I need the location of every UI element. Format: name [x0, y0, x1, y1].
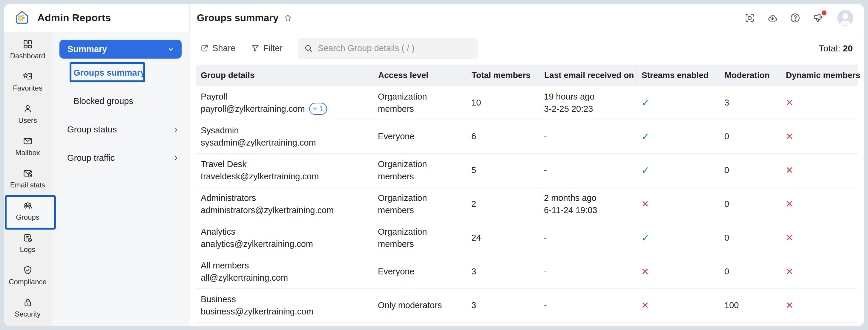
user-avatar[interactable]	[837, 10, 854, 26]
total-members-cell: 10	[467, 96, 539, 109]
subnav-label: Group status	[67, 125, 117, 134]
subnav-item-group-traffic[interactable]: Group traffic	[59, 144, 182, 172]
share-button[interactable]: Share	[200, 43, 236, 53]
last-email-cell: -	[539, 232, 637, 244]
home-gear-logo-icon	[14, 10, 30, 26]
cloud-download-icon[interactable]	[767, 12, 778, 24]
moderation-cell: 0	[719, 164, 781, 176]
subnav-list: Groups summary Blocked groups Group stat…	[59, 59, 182, 172]
dynamic-members-cell: ✕	[781, 198, 858, 211]
moderation-cell: 0	[719, 232, 781, 244]
group-email: administrators@zylkertraining.com	[201, 204, 368, 216]
subnav-item-groups-summary[interactable]: Groups summary	[59, 59, 182, 87]
subnav-label: Group traffic	[67, 153, 115, 163]
group-name: Sysadmin	[201, 124, 368, 137]
cross-mark-icon: ✕	[785, 300, 793, 310]
streams-enabled-cell: ✓	[637, 96, 719, 110]
app-window: Admin Reports Groups summary	[4, 4, 864, 326]
last-email-cell: 2 months ago 6-11-24 19:03	[539, 192, 637, 216]
table-row-sysadmin[interactable]: Sysadmin sysadmin@zylkertraining.com Eve…	[196, 120, 858, 154]
sidebar-label: Email stats	[10, 181, 45, 189]
filter-funnel-icon	[251, 43, 260, 53]
notification-dot	[822, 10, 827, 15]
check-mark-icon: ✓	[641, 97, 650, 108]
email-stats-icon	[22, 168, 33, 179]
table-row-business[interactable]: Business business@zylkertraining.com Onl…	[196, 289, 858, 323]
group-details-cell: Analytics analytics@zylkertraining.com	[196, 226, 373, 250]
group-name: Analytics	[201, 226, 368, 238]
sidebar-item-security[interactable]: Security	[4, 292, 51, 324]
total-value: 20	[843, 43, 853, 53]
subnav-summary-button[interactable]: Summary	[59, 40, 182, 59]
sidebar-item-compliance[interactable]: Compliance	[4, 259, 51, 292]
main-content: Share Filter	[190, 32, 864, 326]
more-aliases-badge[interactable]: + 1	[309, 103, 327, 115]
sidebar-item-mailbox[interactable]: Mailbox	[4, 130, 51, 162]
column-header-dynamic-members: Dynamic members	[781, 65, 864, 86]
moderation-cell: 0	[719, 265, 781, 278]
total-members-cell: 6	[467, 130, 539, 143]
sidebar-item-users[interactable]: Users	[4, 98, 51, 130]
security-lock-icon	[22, 297, 33, 308]
sidebar-item-dashboard[interactable]: Dashboard	[4, 33, 51, 65]
sidebar-item-logs[interactable]: Logs	[4, 227, 51, 259]
logs-clock-icon	[22, 233, 33, 243]
table-header: Group details Access level Total members…	[196, 65, 858, 86]
column-header-last-email: Last email received on	[539, 65, 637, 86]
groups-people-icon	[22, 200, 33, 211]
table-row-analytics[interactable]: Analytics analytics@zylkertraining.com O…	[196, 221, 858, 255]
check-mark-icon: ✓	[641, 131, 650, 142]
dynamic-members-cell: ✕	[781, 265, 858, 278]
sidebar-item-groups[interactable]: Groups	[4, 194, 51, 227]
help-icon[interactable]	[789, 12, 801, 24]
group-email: traveldesk@zylkertraining.com	[201, 170, 368, 183]
secondary-sidebar: Summary Groups summary Blocked groups Gr…	[51, 32, 190, 326]
favorite-star-icon[interactable]	[283, 13, 293, 23]
group-details-cell: Administrators administrators@zylkertrai…	[196, 192, 373, 216]
dynamic-members-cell: ✕	[781, 96, 858, 110]
table-row-payroll[interactable]: Payroll payroll@zylkertraining.com + 1 O…	[196, 86, 858, 120]
total-members-cell: 2	[467, 198, 539, 210]
subnav-item-blocked-groups[interactable]: Blocked groups	[59, 87, 182, 115]
last-email-cell: -	[539, 299, 637, 311]
search-input[interactable]	[317, 43, 472, 54]
total-members-cell: 24	[467, 232, 539, 244]
total-members-cell: 3	[467, 299, 539, 311]
total-members-cell: 5	[467, 164, 539, 176]
header-actions	[744, 10, 854, 26]
cross-mark-icon: ✕	[641, 266, 649, 277]
access-level-cell: Only moderators	[373, 299, 467, 311]
sidebar-item-email-stats[interactable]: Email stats	[4, 162, 51, 194]
subnav-label: Blocked groups	[73, 96, 133, 106]
group-details-cell: All members all@zylkertraining.com	[196, 260, 373, 284]
screen-capture-icon[interactable]	[744, 12, 755, 24]
cross-mark-icon: ✕	[785, 165, 793, 176]
access-level-cell: Everyone	[373, 265, 467, 278]
sidebar-item-favorites[interactable]: Favorites	[4, 65, 51, 98]
streams-enabled-cell: ✕	[637, 299, 719, 312]
subnav-item-group-status[interactable]: Group status	[59, 115, 182, 144]
group-email: payroll@zylkertraining.com + 1	[201, 103, 368, 115]
filter-button[interactable]: Filter	[251, 43, 282, 53]
announcements-megaphone-icon[interactable]	[812, 12, 824, 24]
favorites-star-list-icon	[22, 71, 33, 82]
dynamic-members-cell: ✕	[781, 299, 858, 312]
last-email-cell: -	[539, 164, 637, 176]
table-row-administrators[interactable]: Administrators administrators@zylkertrai…	[196, 187, 858, 221]
app-body: Dashboard Favorites	[4, 32, 864, 326]
table-body: Payroll payroll@zylkertraining.com + 1 O…	[196, 86, 858, 326]
search-box[interactable]	[298, 38, 478, 59]
group-name: Administrators	[201, 192, 368, 204]
moderation-cell: 3	[719, 96, 781, 109]
last-email-cell: -	[539, 130, 637, 143]
sidebar-label: Dashboard	[10, 52, 45, 60]
moderation-cell: 0	[719, 130, 781, 143]
sidebar-label: Users	[18, 116, 37, 125]
app-title: Admin Reports	[37, 12, 111, 24]
table-row-all-members[interactable]: All members all@zylkertraining.com Every…	[196, 255, 858, 289]
primary-sidebar: Dashboard Favorites	[4, 32, 51, 326]
header-main: Groups summary	[190, 4, 864, 32]
page-title: Groups summary	[197, 12, 278, 24]
table-row-travel-desk[interactable]: Travel Desk traveldesk@zylkertraining.co…	[196, 154, 858, 187]
column-header-moderation: Moderation	[719, 65, 781, 86]
